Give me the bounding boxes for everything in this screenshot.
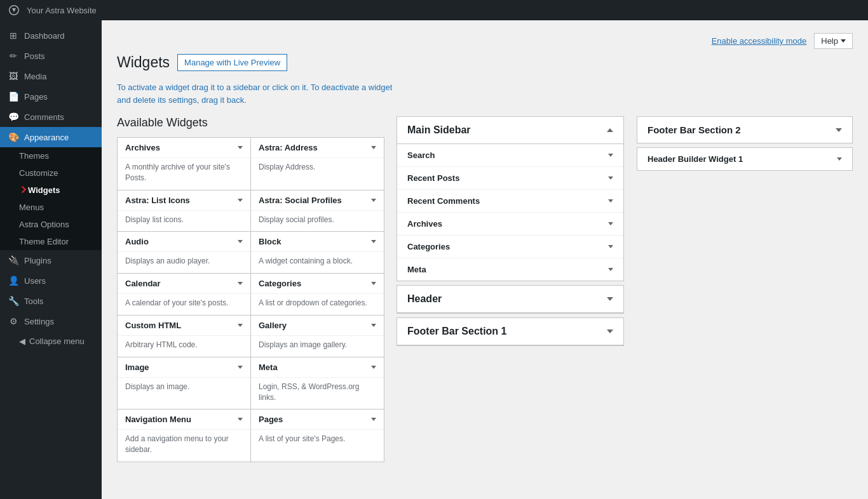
footer-bar-section1-header[interactable]: Footer Bar Section 1 <box>397 318 623 345</box>
header-sidebar-section: Header <box>397 285 624 314</box>
widget-pages[interactable]: Pages A list of your site's Pages. <box>250 409 384 462</box>
help-chevron-icon <box>841 39 846 43</box>
footer-bar-section1: Footer Bar Section 1 <box>397 317 624 346</box>
sidebar-item-comments[interactable]: 💬 Comments <box>0 107 102 127</box>
sidebar-widget-search[interactable]: Search <box>397 144 623 167</box>
help-button[interactable]: Help <box>814 33 853 49</box>
widget-gallery[interactable]: Gallery Displays an image gallery. <box>250 315 384 357</box>
sidebar-item-appearance[interactable]: 🎨 Appearance <box>0 127 102 147</box>
sidebar-widget-recent-posts[interactable]: Recent Posts <box>397 167 623 190</box>
expand-down-arrow-icon <box>607 297 613 301</box>
tools-icon: 🔧 <box>8 296 19 306</box>
widget-custom-html[interactable]: Custom HTML Arbitrary HTML code. <box>117 315 251 357</box>
submenu-astra-options[interactable]: Astra Options <box>0 216 102 233</box>
manage-live-preview-button[interactable]: Manage with Live Preview <box>177 54 287 71</box>
chevron-down-icon <box>371 366 376 369</box>
expand-down-arrow-icon <box>607 329 613 333</box>
chevron-down-icon <box>837 157 842 161</box>
pages-icon: 📄 <box>8 91 19 102</box>
main-sidebar-widgets: Search Recent Posts Recent Comments <box>397 144 623 281</box>
appearance-icon: 🎨 <box>8 132 19 142</box>
chevron-down-icon <box>371 146 376 149</box>
chevron-down-icon <box>238 146 243 149</box>
posts-icon: ✏ <box>8 51 19 61</box>
top-bar: Enable accessibility mode Help <box>117 33 853 49</box>
appearance-submenu: Themes Customize Widgets Menus Astra Opt… <box>0 147 102 250</box>
main-sidebar-section: Main Sidebar Search Recent Posts <box>397 116 624 281</box>
chevron-down-icon <box>238 324 243 327</box>
widget-navigation-menu[interactable]: Navigation Menu Add a navigation menu to… <box>117 409 251 462</box>
chevron-down-icon <box>238 418 243 421</box>
page-description: To activate a widget drag it to a sideba… <box>117 81 853 106</box>
sidebar-widget-recent-comments[interactable]: Recent Comments <box>397 190 623 213</box>
plugins-icon: 🔌 <box>8 255 19 265</box>
submenu-theme-editor[interactable]: Theme Editor <box>0 233 102 250</box>
admin-sidebar: ⊞ Dashboard ✏ Posts 🖼 Media 📄 Pages 💬 Co… <box>0 20 102 499</box>
widget-archives[interactable]: Archives A monthly archive of your site'… <box>117 137 251 190</box>
chevron-down-icon <box>608 199 613 203</box>
chevron-down-icon <box>371 282 376 285</box>
sidebar-item-tools[interactable]: 🔧 Tools <box>0 291 102 311</box>
widgets-grid: Archives A monthly archive of your site'… <box>117 137 384 462</box>
available-widgets-title: Available Widgets <box>117 116 384 130</box>
media-icon: 🖼 <box>8 71 19 81</box>
main-content-area: Enable accessibility mode Help Widgets M… <box>102 20 868 499</box>
sidebar-widget-archives[interactable]: Archives <box>397 213 623 236</box>
content-layout: Available Widgets Archives A monthly arc… <box>117 116 853 462</box>
submenu-customize[interactable]: Customize <box>0 164 102 182</box>
submenu-themes[interactable]: Themes <box>0 147 102 164</box>
widget-audio[interactable]: Audio Displays an audio player. <box>117 231 251 274</box>
chevron-down-icon <box>238 366 243 369</box>
sidebars-column: Main Sidebar Search Recent Posts <box>397 116 624 346</box>
wp-logo <box>8 4 20 17</box>
footer-bar-section2[interactable]: Footer Bar Section 2 <box>637 116 853 143</box>
main-sidebar-header[interactable]: Main Sidebar <box>397 117 623 144</box>
widget-block[interactable]: Block A widget containing a block. <box>250 231 384 274</box>
sidebar-widget-meta[interactable]: Meta <box>397 258 623 281</box>
widget-calendar[interactable]: Calendar A calendar of your site's posts… <box>117 273 251 316</box>
site-name: Your Astra Website <box>27 6 97 15</box>
sidebar-item-pages[interactable]: 📄 Pages <box>0 86 102 107</box>
chevron-down-icon <box>371 199 376 202</box>
comments-icon: 💬 <box>8 112 19 122</box>
widget-meta[interactable]: Meta Login, RSS, & WordPress.org links. <box>250 357 384 410</box>
sidebar-widget-categories[interactable]: Categories <box>397 236 623 258</box>
widget-image[interactable]: Image Displays an image. <box>117 357 251 410</box>
header-builder-widget1[interactable]: Header Builder Widget 1 <box>637 147 853 171</box>
header-sidebar-header[interactable]: Header <box>397 286 623 313</box>
chevron-down-icon <box>371 418 376 421</box>
widget-astra-social-profiles[interactable]: Astra: Social Profiles Display social pr… <box>250 190 384 232</box>
dashboard-icon: ⊞ <box>8 30 19 41</box>
sidebar-item-dashboard[interactable]: ⊞ Dashboard <box>0 25 102 46</box>
chevron-down-icon <box>238 282 243 285</box>
chevron-down-icon <box>836 128 842 132</box>
sidebar-item-media[interactable]: 🖼 Media <box>0 66 102 86</box>
sidebar-item-users[interactable]: 👤 Users <box>0 270 102 291</box>
collapse-menu-button[interactable]: ◀ Collapse menu <box>0 331 102 351</box>
chevron-down-icon <box>238 199 243 202</box>
collapse-up-arrow-icon <box>607 128 613 132</box>
collapse-arrow-icon: ◀ <box>19 336 25 346</box>
submenu-menus[interactable]: Menus <box>0 199 102 216</box>
available-widgets-panel: Available Widgets Archives A monthly arc… <box>117 116 384 462</box>
widget-astra-list-icons[interactable]: Astra: List Icons Display list icons. <box>117 190 251 232</box>
chevron-down-icon <box>238 240 243 243</box>
page-header: Widgets Manage with Live Preview <box>117 54 853 71</box>
settings-icon: ⚙ <box>8 316 19 326</box>
chevron-down-icon <box>608 245 613 248</box>
chevron-down-icon <box>608 222 613 225</box>
chevron-down-icon <box>608 268 613 271</box>
widget-astra-address[interactable]: Astra: Address Display Address. <box>250 137 384 190</box>
sidebar-item-plugins[interactable]: 🔌 Plugins <box>0 250 102 270</box>
chevron-down-icon <box>371 240 376 243</box>
accessibility-mode-link[interactable]: Enable accessibility mode <box>712 36 807 46</box>
chevron-down-icon <box>608 176 613 180</box>
admin-bar: Your Astra Website <box>0 0 868 20</box>
active-indicator-arrow <box>19 185 26 192</box>
sidebar-item-posts[interactable]: ✏ Posts <box>0 46 102 66</box>
widget-categories[interactable]: Categories A list or dropdown of categor… <box>250 273 384 316</box>
chevron-down-icon <box>608 154 613 157</box>
sidebar-item-settings[interactable]: ⚙ Settings <box>0 311 102 331</box>
submenu-widgets[interactable]: Widgets <box>0 182 102 199</box>
users-icon: 👤 <box>8 276 19 286</box>
